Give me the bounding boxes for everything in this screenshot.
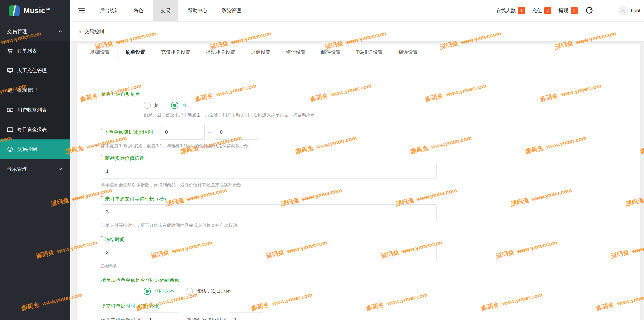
range-min-input[interactable] <box>160 125 205 140</box>
topnav-item-trade[interactable]: 交易 <box>153 0 178 21</box>
stat-badge: 1 <box>571 7 578 14</box>
field-help: 冻结时间 <box>101 263 640 269</box>
merchant-response-label: 等待商家响应时间 <box>187 317 226 320</box>
tab-tg-push-settings[interactable]: TG推送设置 <box>348 44 390 60</box>
required-asterisk: * <box>101 128 103 133</box>
freeze-time-input[interactable] <box>101 245 437 260</box>
refresh-icon[interactable] <box>585 7 593 14</box>
field-submit-delay: 提交订单延时时间(单位/秒) 远程主机分配时间: 等待商家响应时间 <box>101 303 640 320</box>
sidebar-item-label: 每日资金报表 <box>17 126 47 133</box>
breadcrumb: » 交易控制 <box>70 22 644 41</box>
radio-circle-icon <box>144 102 151 109</box>
tab-rebate-settings[interactable]: 返佣设置 <box>243 44 278 60</box>
sidebar-section-label: 音乐管理 <box>7 166 27 173</box>
svg-text:1: 1 <box>10 109 11 111</box>
radio-auto-brush-yes[interactable]: 是 <box>144 102 159 109</box>
sidebar-item-label: 订单列表 <box>17 48 37 54</box>
topbar: 后台统计 角色 交易 帮助中心 系统管理 在线人数 1 充值 7 提现 1 bo… <box>70 0 644 21</box>
sidebar-item-user-earnings[interactable]: 1 用户收益列表 <box>0 100 70 120</box>
field-label: 是否开启自动刷单 <box>101 91 140 98</box>
field-label: 下单金额随机减少区间 <box>104 129 153 136</box>
presentation-chart-icon <box>7 67 13 74</box>
tab-translate-settings[interactable]: 翻译设置 <box>390 44 425 60</box>
radio-auto-brush-no[interactable]: 否 <box>171 102 187 109</box>
field-pay-wait: * 未订单的支付等待时长（秒） 订单支付等待时长，新下订单未在此时间内容完成支付… <box>101 196 640 228</box>
collapse-sidebar-icon[interactable] <box>78 7 86 14</box>
required-asterisk: * <box>101 194 103 199</box>
field-label: 抢单后抢单金额是否立即返还到余额 <box>101 277 180 284</box>
brand-logo: Musicv6 <box>0 0 70 21</box>
range-separator: - <box>209 129 211 135</box>
stat-label: 在线人数 <box>496 7 516 14</box>
sidebar-item-daily-funds-report[interactable]: 每日资金报表 <box>0 120 70 139</box>
settings-tabbar: 基础设置 刷单设置 充值相关设置 提现相关设置 返佣设置 短信设置 邮件设置 T… <box>77 44 640 60</box>
stat-withdraw[interactable]: 提现 1 <box>558 7 578 14</box>
tab-email-settings[interactable]: 邮件设置 <box>313 44 348 60</box>
chevron-up-icon <box>57 28 63 34</box>
stat-online-users[interactable]: 在线人数 1 <box>496 7 525 14</box>
sidebar-item-label: 交易控制 <box>17 146 37 153</box>
gauge-icon <box>7 146 13 153</box>
username[interactable]: boot <box>631 8 640 13</box>
stat-badge: 1 <box>518 7 525 14</box>
remote-host-assign-input[interactable] <box>144 312 179 320</box>
tab-brush-settings[interactable]: 刷单设置 <box>118 44 153 60</box>
settings-panel: 基础设置 刷单设置 充值相关设置 提现相关设置 返佣设置 短信设置 邮件设置 T… <box>76 44 640 320</box>
breadcrumb-separator: » <box>78 28 81 35</box>
sidebar-item-label: 提现管理 <box>17 87 37 94</box>
topnav-item-roles[interactable]: 角色 <box>134 0 143 21</box>
value-multiple-input[interactable] <box>101 164 437 179</box>
field-label: 未订单的支付等待时长（秒） <box>105 196 169 202</box>
radio-label: 否 <box>182 102 187 109</box>
cart-icon <box>7 48 13 54</box>
tab-recharge-settings[interactable]: 充值相关设置 <box>153 44 198 60</box>
radio-selected-icon <box>144 288 151 295</box>
sidebar-submenu: 订单列表 人工充值管理 提现管理 1 用户收益列表 每日资金报表 <box>0 41 70 159</box>
field-help: 如果配置0-0则不混淆，配置0-1，则随机0-1区间的金额,默认是保留两位小数 <box>101 143 640 149</box>
brand-name-text: Music <box>24 6 45 15</box>
required-asterisk: * <box>101 235 103 240</box>
radio-freeze-next-day[interactable]: 冻结，次日返还 <box>186 288 231 295</box>
remote-host-assign-label: 远程主机分配时间: <box>101 317 142 320</box>
tab-withdraw-settings[interactable]: 提现相关设置 <box>198 44 243 60</box>
sidebar: Musicv6 交易管理 订单列表 人工充值管理 提现管理 1 <box>0 0 70 320</box>
brand-logo-icon <box>9 5 20 16</box>
required-asterisk: * <box>101 154 103 159</box>
banknote-icon: 1 <box>7 107 13 113</box>
avatar[interactable] <box>618 6 628 16</box>
sidebar-item-manual-recharge[interactable]: 人工充值管理 <box>0 61 70 80</box>
merchant-response-input[interactable] <box>229 312 264 320</box>
topnav-item-backend-stats[interactable]: 后台统计 <box>100 0 120 21</box>
radio-label: 冻结，次日返还 <box>196 288 231 295</box>
topnav-menu: 后台统计 角色 交易 帮助中心 系统管理 <box>93 0 248 21</box>
tab-basic-settings[interactable]: 基础设置 <box>82 44 118 60</box>
stat-badge: 7 <box>544 7 551 14</box>
field-return-balance: 抢单后抢单金额是否立即返还到余额 立即返还 冻结，次日返还 <box>101 277 640 295</box>
sidebar-item-withdraw-manage[interactable]: 提现管理 <box>0 80 70 100</box>
field-label: 商品实际价值倍数 <box>105 155 144 162</box>
chevron-down-icon <box>57 166 63 172</box>
return-balance-radio-group: 立即返还 冻结，次日返还 <box>144 288 640 295</box>
field-label: 冻结时间 <box>105 236 125 243</box>
sidebar-section-trade[interactable]: 交易管理 <box>0 21 70 41</box>
tab-sms-settings[interactable]: 短信设置 <box>278 44 313 60</box>
radio-return-immediately[interactable]: 立即返还 <box>144 288 174 295</box>
gavel-icon <box>7 87 13 94</box>
topnav-item-help-center[interactable]: 帮助中心 <box>188 0 207 21</box>
breadcrumb-title: 交易控制 <box>84 28 104 35</box>
sidebar-item-order-list[interactable]: 订单列表 <box>0 41 70 61</box>
auto-brush-radio-group: 是 否 <box>144 102 640 109</box>
stat-recharge[interactable]: 充值 7 <box>532 7 551 14</box>
field-label: 提交订单延时时间(单位/秒) <box>101 303 160 309</box>
field-random-range: * 下单金额随机减少区间 - 如果配置0-0则不混淆，配置0-1，则随机0-1区… <box>101 125 640 149</box>
radio-label: 立即返还 <box>154 288 174 295</box>
sidebar-item-trade-control[interactable]: 交易控制 <box>0 139 70 159</box>
range-max-input[interactable] <box>215 125 259 140</box>
pay-wait-input[interactable] <box>101 204 437 219</box>
brush-settings-form: 是否开启自动刷单 是 否 如果开启，首次用户手动点击，后面除非用户手动关闭，否则… <box>77 60 640 320</box>
field-help: 订单支付等待时长，新下订单未在此时间内容完成支付将会被自动取消 <box>101 222 640 228</box>
sidebar-section-music[interactable]: 音乐管理 <box>0 159 70 179</box>
stat-label: 充值 <box>532 7 542 14</box>
topnav-item-system-manage[interactable]: 系统管理 <box>221 0 241 21</box>
field-auto-brush: 是否开启自动刷单 是 否 如果开启，首次用户手动点击，后面除非用户手动关闭，否则… <box>101 91 640 118</box>
